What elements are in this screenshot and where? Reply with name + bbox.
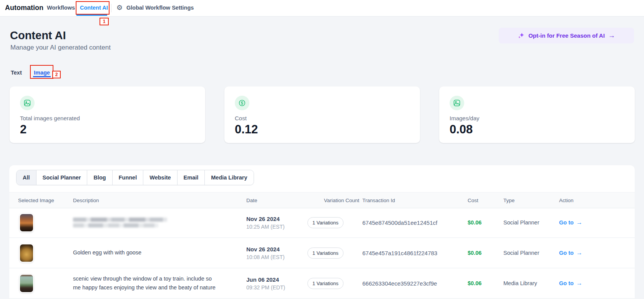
transaction-id: 6745e457a191c4861f224783 <box>362 250 468 256</box>
col-cost: Cost <box>468 198 503 203</box>
redacted-description <box>73 218 167 228</box>
annotation-box-1 <box>76 1 110 15</box>
row-date: Nov 26 2024 <box>246 216 300 222</box>
go-to-label: Go to <box>559 280 574 286</box>
row-cost: $0.06 <box>468 250 503 256</box>
selected-image-thumbnail[interactable] <box>20 214 33 231</box>
row-time: 09:32 PM (EDT) <box>246 284 300 291</box>
sparkles-icon <box>518 32 525 39</box>
row-cost: $0.06 <box>468 280 503 286</box>
stat-value: 2 <box>20 123 27 136</box>
transaction-id: 6745e874500da51ee12451cf <box>362 219 468 226</box>
nav-divider <box>111 4 111 12</box>
variation-count-pill: 1 Variations <box>307 248 344 259</box>
arrow-right-icon: → <box>576 249 583 256</box>
description-text: Golden egg with with goose <box>73 248 141 257</box>
filter-website[interactable]: Website <box>143 170 177 185</box>
optin-free-season-button[interactable]: Opt-in for Free Season of AI → <box>499 28 634 43</box>
filter-social-planner[interactable]: Social Planner <box>36 170 87 185</box>
page-subtitle: Manage your AI generated content <box>10 44 111 51</box>
row-time: 10:08 AM (EST) <box>246 254 300 260</box>
row-time: 10:25 AM (EST) <box>246 224 300 230</box>
filter-funnel[interactable]: Funnel <box>112 170 143 185</box>
annotation-label-2: 2 <box>52 71 61 78</box>
row-type: Media Library <box>503 280 559 286</box>
arrow-right-icon: → <box>608 32 615 40</box>
row-type: Social Planner <box>503 219 559 226</box>
annotation-box-2 <box>30 65 53 79</box>
description-text: scenic view through the window of a toy … <box>73 274 216 292</box>
stat-label: Cost <box>235 115 247 121</box>
col-selected-image: Selected Image <box>18 198 73 203</box>
stat-value: 0.08 <box>450 123 473 136</box>
stat-label: Images/day <box>450 115 480 121</box>
table-row: scenic view through the window of a toy … <box>9 268 635 299</box>
arrow-right-icon: → <box>576 280 583 287</box>
variation-count-pill: 1 Variations <box>307 278 344 289</box>
table-row: Golden egg with with goose Nov 26 2024 1… <box>9 238 635 268</box>
col-variation-count: Variation Count <box>300 198 362 203</box>
go-to-link[interactable]: Go to → <box>559 280 635 287</box>
col-transaction-id: Transaction Id <box>362 198 468 203</box>
nav-item-global-workflow-settings[interactable]: Global Workflow Settings <box>126 0 194 16</box>
source-filter-group: All Social Planner Blog Funnel Website E… <box>16 170 254 185</box>
image-icon <box>450 96 464 110</box>
filter-blog[interactable]: Blog <box>87 170 112 185</box>
row-date: Nov 26 2024 <box>246 246 300 252</box>
selected-image-thumbnail[interactable] <box>20 244 33 262</box>
content-ai-page: Automation Workflows Content AI ⚙ Global… <box>0 0 644 299</box>
table-body: Nov 26 2024 10:25 AM (EST) 1 Variations … <box>9 208 635 299</box>
table-row: Nov 26 2024 10:25 AM (EST) 1 Variations … <box>9 208 635 238</box>
annotation-label-1: 1 <box>100 18 109 25</box>
optin-button-label: Opt-in for Free Season of AI <box>528 32 605 39</box>
tab-text[interactable]: Text <box>11 70 22 76</box>
variation-count-pill: 1 Variations <box>307 217 344 228</box>
filter-all[interactable]: All <box>17 170 36 185</box>
stat-card-cost: Cost 0.12 <box>224 86 420 143</box>
go-to-label: Go to <box>559 219 574 226</box>
nav-item-workflows[interactable]: Workflows <box>47 0 75 16</box>
row-cost: $0.06 <box>468 219 503 226</box>
selected-image-thumbnail[interactable] <box>20 275 33 292</box>
filter-media-library[interactable]: Media Library <box>204 170 253 185</box>
col-date: Date <box>246 198 300 203</box>
image-icon <box>20 96 35 110</box>
col-type: Type <box>503 198 559 203</box>
filter-email[interactable]: Email <box>177 170 205 185</box>
go-to-link[interactable]: Go to → <box>559 219 635 226</box>
row-type: Social Planner <box>503 250 559 256</box>
app-title: Automation <box>5 0 43 16</box>
gear-icon: ⚙ <box>116 0 123 15</box>
stat-label: Total images generated <box>20 115 80 121</box>
images-table-panel: All Social Planner Blog Funnel Website E… <box>9 165 635 299</box>
dollar-icon <box>235 96 249 110</box>
transaction-id: 666263304ece359227e3cf9e <box>362 280 468 287</box>
col-action: Action <box>559 198 635 203</box>
page-title: Content AI <box>10 29 66 42</box>
row-date: Jun 06 2024 <box>246 276 300 283</box>
col-description: Description <box>73 198 246 203</box>
arrow-right-icon: → <box>576 219 583 226</box>
go-to-label: Go to <box>559 250 574 256</box>
stat-card-images-per-day: Images/day 0.08 <box>439 86 635 143</box>
table-header: Selected Image Description Date Variatio… <box>9 192 635 208</box>
go-to-link[interactable]: Go to → <box>559 249 635 256</box>
stat-value: 0.12 <box>235 123 258 136</box>
stat-card-total-images: Total images generated 2 <box>10 86 205 143</box>
